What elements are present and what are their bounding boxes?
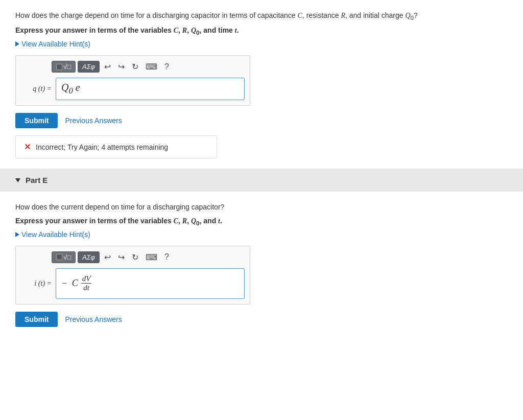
partd-buttons-row: Submit Previous Answers (15, 113, 508, 128)
parte-redo-icon: ↪ (118, 252, 125, 262)
parte-refresh-button[interactable]: ↻ (129, 251, 141, 263)
help-icon: ? (164, 62, 169, 72)
parte-fraction: dV dt (81, 274, 92, 292)
parte-refresh-icon: ↻ (132, 252, 138, 262)
partd-answer-box: √□ ΑΣφ ↩ ↪ ↻ ⌨ ? q (t) = (15, 55, 250, 106)
parte-math-input[interactable]: − C dV dt (56, 268, 245, 299)
checkbox-icon (56, 64, 62, 70)
parte-answer-box: √□ ΑΣφ ↩ ↪ ↻ ⌨ ? (15, 246, 250, 305)
parte-toolbar: √□ ΑΣφ ↩ ↪ ↻ ⌨ ? (21, 251, 245, 263)
parte-keyboard-icon: ⌨ (146, 252, 157, 262)
parte-help-button[interactable]: ? (162, 251, 172, 263)
redo-icon: ↪ (118, 62, 125, 72)
keyboard-icon: ⌨ (146, 62, 157, 72)
page-container: How does the charge depend on time for a… (0, 0, 523, 420)
partd-feedback-text: Incorrect; Try Again; 4 attempts remaini… (36, 143, 168, 151)
partd-toolbar: √□ ΑΣφ ↩ ↪ ↻ ⌨ ? (21, 61, 245, 73)
partd-math-input[interactable]: Q0 e (56, 78, 245, 100)
parte-toggle-icon[interactable] (15, 178, 20, 182)
partd-prev-answers-link[interactable]: Previous Answers (65, 116, 122, 125)
parte-content: How does the current depend on time for … (15, 202, 508, 327)
hint-triangle-icon (15, 41, 19, 46)
parte-greek-button[interactable]: ΑΣφ (78, 251, 100, 263)
partd-hint-link[interactable]: View Available Hint(s) (15, 40, 90, 48)
parte-section-header: Part E (0, 169, 523, 192)
parte-hint-triangle-icon (15, 232, 19, 237)
partd-refresh-button[interactable]: ↻ (129, 61, 141, 73)
parte-keyboard-button[interactable]: ⌨ (143, 251, 160, 263)
partd-input-row: q (t) = Q0 e (21, 78, 245, 100)
partd-undo-button[interactable]: ↩ (102, 61, 113, 73)
partd-question: How does the charge depend on time for a… (15, 10, 508, 22)
parte-math-button[interactable]: √□ (52, 251, 76, 263)
parte-input-row: i (t) = − C dV dt (21, 268, 245, 299)
parte-greek-btn-label: ΑΣφ (82, 253, 95, 261)
undo-icon: ↩ (104, 62, 111, 72)
partd-express: Express your answer in terms of the vari… (15, 26, 508, 36)
refresh-icon: ↻ (132, 62, 138, 72)
partd-greek-btn-label: ΑΣφ (82, 63, 95, 71)
partd-redo-button[interactable]: ↪ (115, 61, 127, 73)
partd-math-btn-label: √□ (63, 63, 71, 71)
parte-title: Part E (26, 176, 47, 184)
partd-help-button[interactable]: ? (162, 61, 172, 73)
parte-math-btn-label: √□ (63, 253, 71, 261)
parte-undo-icon: ↩ (104, 252, 111, 262)
partd-hint-label: View Available Hint(s) (21, 40, 90, 48)
parte-redo-button[interactable]: ↪ (115, 251, 127, 263)
parte-submit-button[interactable]: Submit (15, 312, 58, 327)
partd-input-label: q (t) = (21, 85, 52, 93)
partd-greek-button[interactable]: ΑΣφ (78, 61, 100, 73)
partd-submit-button[interactable]: Submit (15, 113, 58, 128)
partd-keyboard-button[interactable]: ⌨ (143, 61, 160, 73)
parte-hint-label: View Available Hint(s) (21, 230, 90, 239)
partd-math-button[interactable]: √□ (52, 61, 76, 73)
parte-question: How does the current depend on time for … (15, 202, 508, 213)
parte-help-icon: ? (164, 252, 169, 262)
incorrect-x-icon: ✕ (24, 142, 31, 152)
parte-buttons-row: Submit Previous Answers (15, 312, 508, 327)
parte-checkbox-icon (56, 254, 62, 260)
partd-feedback-box: ✕ Incorrect; Try Again; 4 attempts remai… (15, 135, 217, 158)
parte-express: Express your answer in terms of the vari… (15, 217, 508, 226)
parte-prev-answers-link[interactable]: Previous Answers (65, 315, 122, 323)
parte-hint-link[interactable]: View Available Hint(s) (15, 230, 90, 239)
parte-input-label: i (t) = (21, 279, 52, 288)
parte-undo-button[interactable]: ↩ (102, 251, 113, 263)
